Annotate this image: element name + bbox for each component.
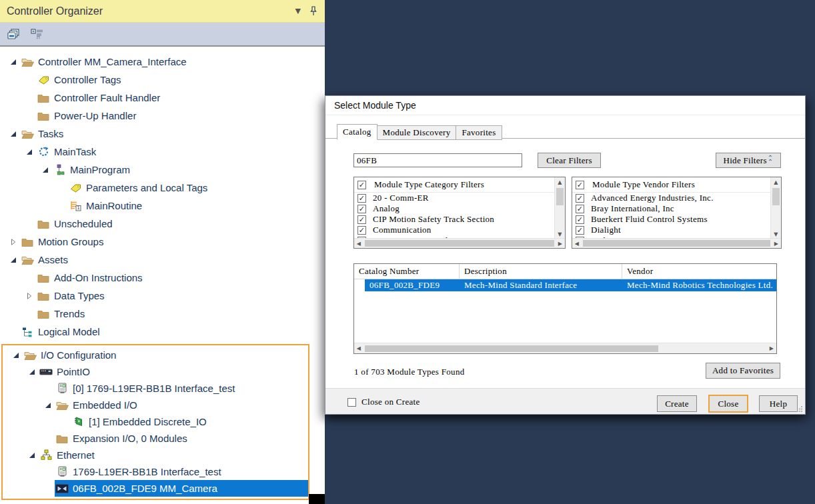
tree-item[interactable]: Logical Model <box>0 323 325 341</box>
vendor-filter-item[interactable]: ✓Buerkert Fluid Control Systems <box>572 214 771 225</box>
vendor-filter-horizontal-scrollbar[interactable]: ◀▶ <box>572 238 781 248</box>
tree-item[interactable]: MainProgram <box>0 161 325 179</box>
category-filter-horizontal-scrollbar[interactable]: ◀▶ <box>354 238 565 248</box>
tree-expanded-arrow-icon[interactable] <box>25 450 39 461</box>
vendor-filter-item-checkbox[interactable]: ✓ <box>576 194 584 203</box>
category-filter-item-checkbox[interactable]: ✓ <box>357 215 366 224</box>
tree-item[interactable]: Controller MM_Camera_Interface <box>0 53 325 71</box>
vendor-filter-vertical-scrollbar[interactable]: ▲▼ <box>770 177 781 239</box>
tree-item-content[interactable]: Motion Groups <box>20 233 325 251</box>
tree-item[interactable]: I/O Configuration <box>3 347 308 363</box>
tree-item[interactable]: MainTask <box>0 143 325 161</box>
vendor-filter-item-checkbox[interactable]: ✓ <box>576 205 584 213</box>
vendor-filter-item[interactable]: ✓Advanced Energy Industries, Inc. <box>572 193 771 203</box>
clear-filters-button[interactable]: Clear Filters <box>538 153 601 168</box>
tree-item-content[interactable]: Parameters and Local Tags <box>68 179 325 197</box>
resize-grip[interactable] <box>796 405 803 412</box>
column-header-catalog-number[interactable]: Catalog Number <box>354 264 460 279</box>
column-header-description[interactable]: Description <box>460 264 622 279</box>
tree-item-content[interactable]: Trends <box>36 305 325 323</box>
tree-expanded-arrow-icon[interactable] <box>7 129 20 139</box>
category-filter-select-all-checkbox[interactable]: ✓ <box>357 181 366 189</box>
vendor-filter-item-checkbox[interactable]: ✓ <box>576 226 584 235</box>
category-filter-item-checkbox[interactable]: ✓ <box>357 194 366 203</box>
tree-item[interactable]: Controller Tags <box>0 71 325 89</box>
scroll-thumb[interactable] <box>365 345 658 352</box>
tree-item-content[interactable]: Ethernet <box>39 447 308 463</box>
scroll-thumb[interactable] <box>556 188 564 205</box>
tree-item-content[interactable]: Assets <box>20 251 325 269</box>
category-filter-item[interactable]: ✓20 - Comm-ER <box>354 193 555 203</box>
tree-item-content[interactable]: [1] Embedded Discrete_IO <box>71 413 308 430</box>
tree-item[interactable]: [0] 1769-L19ER-BB1B Interface_test <box>3 380 308 397</box>
scroll-down-icon[interactable]: ▼ <box>555 229 565 239</box>
add-to-favorites-button[interactable]: Add to Favorites <box>706 363 780 379</box>
scroll-thumb[interactable] <box>772 188 780 205</box>
tree-expanded-arrow-icon[interactable] <box>7 255 20 265</box>
tree-item[interactable]: 06FB_002B_FDE9 MM_Camera <box>3 480 308 497</box>
vendor-filter-item[interactable]: ✓Dialight <box>572 225 771 235</box>
tree-item-content[interactable]: MainTask <box>36 143 325 161</box>
search-input[interactable] <box>353 153 522 167</box>
scroll-right-icon[interactable]: ▶ <box>772 241 781 247</box>
tree-item-content[interactable]: Tasks <box>20 125 325 143</box>
tree-expanded-arrow-icon[interactable] <box>41 400 55 411</box>
tree-item[interactable]: Expansion I/O, 0 Modules <box>3 430 308 447</box>
close-button[interactable]: Close <box>708 395 748 413</box>
tree-collapsed-arrow-icon[interactable] <box>7 237 20 247</box>
tree-item-content[interactable]: Controller Fault Handler <box>36 89 325 107</box>
tree-item-content[interactable]: Power-Up Handler <box>36 107 325 125</box>
scroll-left-icon[interactable]: ◀ <box>354 241 363 247</box>
dialog-titlebar[interactable]: Select Module Type <box>325 96 805 115</box>
vendor-filter-select-all-checkbox[interactable]: ✓ <box>576 181 584 189</box>
results-table-row[interactable]: 06FB_002B_FDE9Mech-Mind Standard Interfa… <box>354 279 776 291</box>
vendor-filter-item-checkbox[interactable]: ✓ <box>576 215 584 224</box>
window-menu-chevron-icon[interactable]: ▼ <box>295 7 301 15</box>
tree-item[interactable]: Unscheduled <box>0 215 325 233</box>
category-filter-item-checkbox[interactable]: ✓ <box>357 205 366 213</box>
tree-item[interactable]: Tasks <box>0 125 325 143</box>
scroll-up-icon[interactable]: ▲ <box>555 177 565 187</box>
tree-item-content[interactable]: 06FB_002B_FDE9 MM_Camera <box>55 480 308 497</box>
tree-expanded-arrow-icon[interactable] <box>25 367 39 377</box>
scroll-right-icon[interactable]: ▶ <box>556 241 565 247</box>
tab-catalog[interactable]: Catalog <box>337 124 377 140</box>
tree-item[interactable]: Controller Fault Handler <box>0 89 325 107</box>
close-on-create-checkbox[interactable] <box>347 398 356 407</box>
tree-item-content[interactable]: PointIO <box>39 363 308 380</box>
tree-expanded-arrow-icon[interactable] <box>7 57 20 67</box>
help-button[interactable]: Help <box>759 395 798 412</box>
tree-item-content[interactable]: Add-On Instructions <box>36 269 325 287</box>
tree-item[interactable]: Ethernet <box>3 447 308 463</box>
tree-item[interactable]: Embedded I/O <box>3 397 308 413</box>
column-header-vendor[interactable]: Vendor <box>622 264 776 279</box>
category-filter-item-checkbox[interactable]: ✓ <box>357 226 366 235</box>
tree-item-content[interactable]: 1769-L19ER-BB1B Interface_test <box>55 463 308 480</box>
tree-item[interactable]: 1769-L19ER-BB1B Interface_test <box>3 463 308 480</box>
tree-item[interactable]: Motion Groups <box>0 233 325 251</box>
create-button[interactable]: Create <box>657 395 697 412</box>
tree-item-content[interactable]: I/O Configuration <box>23 347 308 363</box>
tree-item[interactable]: Add-On Instructions <box>0 269 325 287</box>
scroll-up-icon[interactable]: ▲ <box>771 177 781 187</box>
scroll-left-icon[interactable]: ◀ <box>572 241 582 247</box>
results-horizontal-scrollbar[interactable]: ◀▶ <box>354 343 776 353</box>
tree-item[interactable]: Assets <box>0 251 325 269</box>
hide-filters-button[interactable]: Hide Filters ⌃⌃ <box>716 153 781 168</box>
tree-expanded-arrow-icon[interactable] <box>39 165 52 175</box>
category-filter-item[interactable]: ✓Analog <box>354 203 555 214</box>
tree-item-content[interactable]: Unscheduled <box>36 215 325 233</box>
tree-expanded-arrow-icon[interactable] <box>23 147 36 157</box>
scroll-thumb[interactable] <box>365 240 554 247</box>
tree-item-content[interactable]: Controller Tags <box>36 71 325 89</box>
tree-item-content[interactable]: MainProgram <box>52 161 325 179</box>
scroll-thumb[interactable] <box>583 240 770 247</box>
tree-item-content[interactable]: Data Types <box>36 287 325 305</box>
tab-module-discovery[interactable]: Module Discovery <box>377 125 457 140</box>
tree-item[interactable]: Power-Up Handler <box>0 107 325 125</box>
tree-item[interactable]: PointIO <box>3 363 308 380</box>
scroll-right-icon[interactable]: ▶ <box>767 345 776 351</box>
scroll-left-icon[interactable]: ◀ <box>354 345 363 351</box>
tree-item-content[interactable]: Logical Model <box>20 323 325 341</box>
tree-item-content[interactable]: [0] 1769-L19ER-BB1B Interface_test <box>55 380 308 397</box>
